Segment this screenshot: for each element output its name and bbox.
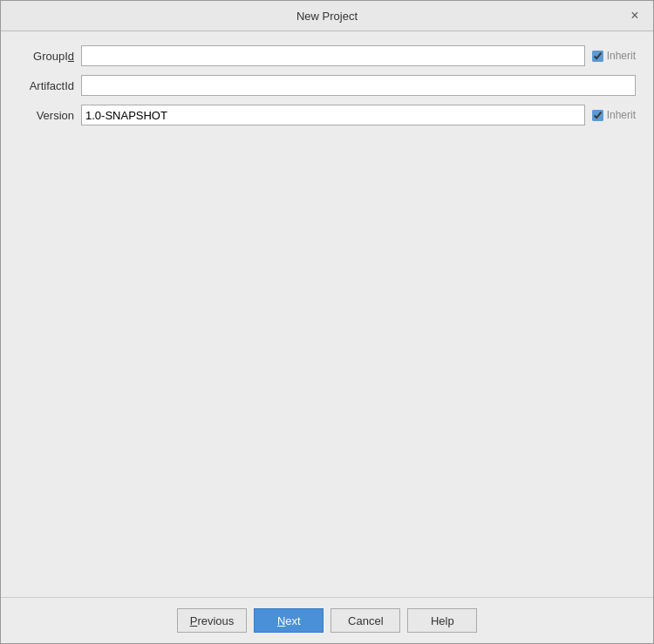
artifactid-row: ArtifactId bbox=[18, 75, 636, 96]
dialog-footer: Previous Next Cancel Help bbox=[1, 597, 653, 643]
version-inherit-checkbox[interactable] bbox=[592, 110, 603, 121]
next-button[interactable]: Next bbox=[254, 608, 324, 633]
close-button[interactable]: × bbox=[627, 8, 643, 24]
version-label: Version bbox=[18, 109, 81, 122]
dialog-content: GroupId Inherit ArtifactId Version Inher… bbox=[1, 31, 653, 597]
groupid-inherit-label: Inherit bbox=[607, 50, 636, 62]
artifactid-label: ArtifactId bbox=[18, 79, 81, 92]
groupid-row: GroupId Inherit bbox=[18, 45, 636, 66]
previous-button[interactable]: Previous bbox=[177, 608, 248, 633]
help-button[interactable]: Help bbox=[407, 608, 477, 633]
groupid-inherit-checkbox[interactable] bbox=[592, 51, 603, 62]
groupid-label: GroupId bbox=[18, 50, 81, 63]
version-inherit-wrapper: Inherit bbox=[592, 109, 636, 121]
artifactid-input[interactable] bbox=[81, 75, 636, 96]
groupid-inherit-wrapper: Inherit bbox=[592, 50, 636, 62]
version-inherit-label: Inherit bbox=[607, 109, 636, 121]
cancel-button[interactable]: Cancel bbox=[330, 608, 400, 633]
version-input[interactable] bbox=[81, 105, 585, 125]
new-project-dialog: New Project × GroupId Inherit ArtifactId… bbox=[0, 0, 654, 644]
title-bar: New Project × bbox=[1, 1, 653, 31]
groupid-input[interactable] bbox=[81, 45, 585, 66]
dialog-title: New Project bbox=[27, 10, 627, 23]
version-row: Version Inherit bbox=[18, 105, 636, 125]
